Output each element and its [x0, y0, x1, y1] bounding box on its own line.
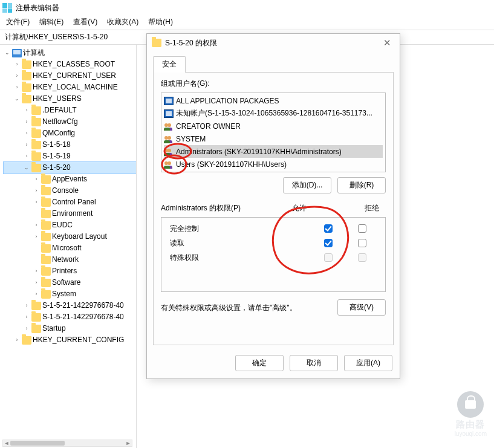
- scroll-right-arrow-icon[interactable]: ►: [125, 440, 132, 446]
- tree-item[interactable]: ›System: [4, 288, 136, 300]
- tree-item[interactable]: ›QMConfig: [4, 128, 136, 139]
- chevron-right-icon[interactable]: ›: [13, 82, 21, 93]
- watermark-text-1: 路由器: [456, 419, 485, 430]
- permission-row: 完全控制: [167, 221, 379, 236]
- remove-button[interactable]: 删除(R): [337, 177, 386, 193]
- menu-help[interactable]: 帮助(H): [148, 17, 173, 27]
- tree-item[interactable]: ›Software: [4, 277, 136, 288]
- chevron-right-icon[interactable]: ›: [23, 128, 30, 139]
- tree-item[interactable]: ›HKEY_LOCAL_MACHINE: [4, 82, 136, 93]
- folder-icon: [22, 336, 31, 345]
- chevron-right-icon[interactable]: ›: [13, 70, 21, 82]
- tree-item[interactable]: ›Console: [4, 185, 136, 196]
- chevron-right-icon[interactable]: ›: [23, 139, 30, 151]
- chevron-right-icon[interactable]: ›: [33, 277, 40, 288]
- chevron-right-icon[interactable]: ›: [33, 174, 40, 185]
- deny-checkbox[interactable]: [358, 224, 366, 233]
- menu-view[interactable]: 查看(V): [73, 17, 97, 27]
- tree-item[interactable]: ›NetflowCfg: [4, 116, 136, 128]
- user-list-item[interactable]: CREATOR OWNER: [164, 120, 383, 132]
- chevron-right-icon[interactable]: ›: [23, 105, 30, 116]
- tab-security[interactable]: 安全: [153, 56, 186, 73]
- chevron-right-icon[interactable]: ›: [23, 116, 30, 128]
- tree-item[interactable]: ›Printers: [4, 265, 136, 277]
- folder-icon: [31, 129, 41, 138]
- chevron-right-icon[interactable]: ›: [13, 334, 21, 346]
- permission-name: 完全控制: [167, 224, 311, 234]
- user-list-item[interactable]: Administrators (SKY-20191107KHH\Administ…: [164, 145, 383, 158]
- tree-item[interactable]: ›.DEFAULT: [4, 105, 136, 116]
- tree-item[interactable]: ›Keyboard Layout: [4, 231, 136, 242]
- folder-icon: [31, 313, 41, 322]
- scroll-left-arrow-icon[interactable]: ◄: [3, 440, 10, 446]
- close-button[interactable]: ✕: [380, 37, 395, 48]
- tree-item-root[interactable]: ⌄计算机: [4, 47, 136, 59]
- folder-icon: [41, 279, 51, 287]
- chevron-down-icon[interactable]: ⌄: [4, 47, 11, 59]
- tree-item[interactable]: ›Control Panel: [4, 196, 136, 208]
- tree-label: S-1-5-21-1422976678-40: [42, 300, 124, 311]
- chevron-right-icon[interactable]: ›: [33, 185, 40, 196]
- advanced-button[interactable]: 高级(V): [337, 299, 386, 316]
- ok-button[interactable]: 确定: [235, 355, 284, 371]
- tree-item[interactable]: ›Startup: [4, 323, 136, 334]
- registry-editor-icon: [2, 3, 12, 13]
- tree-label: Network: [52, 254, 79, 265]
- folder-icon: [31, 164, 41, 172]
- scrollbar-thumb[interactable]: [10, 441, 65, 446]
- registry-tree[interactable]: ⌄计算机›HKEY_CLASSES_ROOT›HKEY_CURRENT_USER…: [4, 47, 136, 346]
- chevron-right-icon[interactable]: ›: [13, 59, 21, 70]
- chevron-right-icon[interactable]: ›: [33, 231, 40, 242]
- tree-item[interactable]: ›Network: [4, 254, 136, 265]
- folder-icon: [41, 244, 51, 253]
- apply-button[interactable]: 应用(A): [344, 355, 392, 371]
- tree-label: Printers: [52, 265, 77, 277]
- tree-label: Console: [52, 185, 79, 196]
- tree-item[interactable]: ›EUDC: [4, 219, 136, 231]
- menu-file[interactable]: 文件(F): [6, 17, 30, 27]
- tree-label: Control Panel: [52, 196, 96, 208]
- horizontal-scrollbar[interactable]: ◄ ►: [2, 440, 132, 447]
- allow-checkbox[interactable]: [324, 239, 333, 247]
- menu-edit[interactable]: 编辑(E): [39, 17, 63, 27]
- allow-checkbox[interactable]: [324, 224, 333, 233]
- chevron-right-icon[interactable]: ›: [33, 219, 40, 231]
- tree-item[interactable]: ⌄HKEY_USERS: [4, 93, 136, 105]
- tree-pane[interactable]: ⌄计算机›HKEY_CLASSES_ROOT›HKEY_CURRENT_USER…: [0, 45, 137, 448]
- tree-item[interactable]: ⌄S-1-5-20: [4, 162, 136, 174]
- tree-item[interactable]: ›S-1-5-18: [4, 139, 136, 151]
- tree-label: AppEvents: [52, 174, 87, 185]
- menu-favorites[interactable]: 收藏夹(A): [107, 17, 138, 27]
- chevron-right-icon[interactable]: ›: [23, 151, 30, 162]
- chevron-right-icon[interactable]: ›: [33, 265, 40, 277]
- tree-item[interactable]: ›S-1-5-21-1422976678-40: [4, 300, 136, 311]
- cancel-button[interactable]: 取消: [290, 355, 338, 371]
- user-name: SYSTEM: [176, 135, 206, 143]
- chevron-right-icon[interactable]: ›: [23, 300, 30, 311]
- chevron-right-icon[interactable]: ›: [23, 323, 30, 334]
- tree-item[interactable]: ›HKEY_CURRENT_USER: [4, 70, 136, 82]
- user-list-item[interactable]: ALL APPLICATION PACKAGES: [164, 94, 383, 107]
- permissions-table: 完全控制读取特殊权限: [161, 217, 386, 292]
- user-list-item[interactable]: SYSTEM: [164, 132, 383, 145]
- user-list-item[interactable]: 未知帐户(S-1-15-3-1024-1065365936-1281604716…: [164, 107, 383, 120]
- chevron-right-icon[interactable]: ›: [33, 196, 40, 208]
- tree-item[interactable]: ›S-1-5-21-1422976678-40: [4, 311, 136, 323]
- chevron-right-icon[interactable]: ›: [23, 311, 30, 323]
- tree-label: S-1-5-19: [42, 151, 71, 162]
- tree-item[interactable]: ›AppEvents: [4, 174, 136, 185]
- tree-item[interactable]: ›HKEY_CURRENT_CONFIG: [4, 334, 136, 346]
- chevron-down-icon[interactable]: ⌄: [13, 93, 21, 105]
- tree-item[interactable]: ›Environment: [4, 208, 136, 219]
- dialog-title-bar[interactable]: S-1-5-20 的权限 ✕: [147, 34, 400, 52]
- user-list-item[interactable]: Users (SKY-20191107KHH\Users): [164, 158, 383, 170]
- tree-item[interactable]: ›HKEY_CLASSES_ROOT: [4, 59, 136, 70]
- deny-checkbox[interactable]: [358, 239, 366, 247]
- add-button[interactable]: 添加(D)...: [283, 177, 331, 193]
- tree-item[interactable]: ›Microsoft: [4, 242, 136, 254]
- group-users-list[interactable]: ALL APPLICATION PACKAGES未知帐户(S-1-15-3-10…: [161, 93, 386, 172]
- chevron-right-icon[interactable]: ›: [33, 288, 40, 300]
- chevron-down-icon[interactable]: ⌄: [23, 162, 30, 174]
- tree-item[interactable]: ›S-1-5-19: [4, 151, 136, 162]
- tree-label: Microsoft: [52, 242, 82, 254]
